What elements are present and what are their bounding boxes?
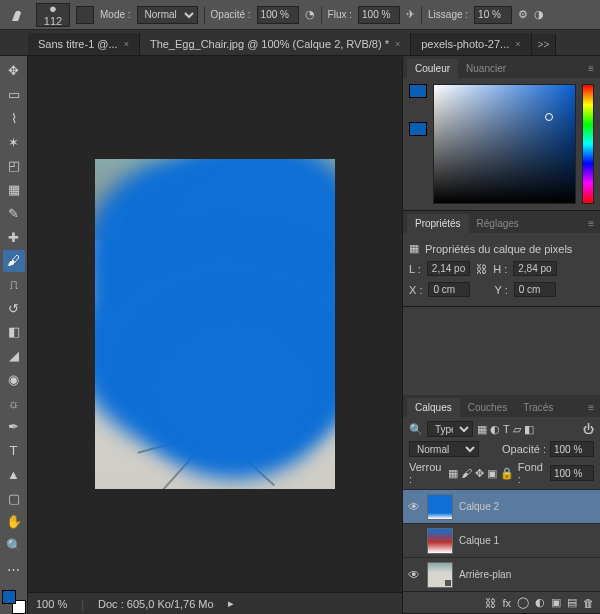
lock-all-icon[interactable]: 🔒 [500, 467, 514, 480]
tab-layers[interactable]: Calques [407, 398, 460, 417]
filter-shape-icon[interactable]: ▱ [513, 423, 521, 436]
properties-panel: Propriétés Réglages ≡ ▦ Propriétés du ca… [403, 211, 600, 307]
document-tab[interactable]: The_Egg_Chair.jpg @ 100% (Calque 2, RVB/… [140, 33, 411, 55]
close-icon[interactable]: × [124, 39, 129, 49]
status-menu-icon[interactable]: ▸ [228, 597, 234, 610]
stamp-tool-icon[interactable]: ⎍ [3, 274, 25, 296]
layer-opacity-label: Opacité : [502, 443, 546, 455]
brush-panel-toggle[interactable] [76, 6, 94, 24]
layer-name[interactable]: Calque 2 [459, 501, 499, 512]
opacity-label: Opacité : [211, 9, 251, 20]
history-brush-tool-icon[interactable]: ↺ [3, 297, 25, 319]
tab-color[interactable]: Couleur [407, 59, 458, 78]
layer-row[interactable]: 👁 Arrière-plan [403, 557, 600, 591]
shape-tool-icon[interactable]: ▢ [3, 487, 25, 509]
foreground-color-swatch[interactable] [2, 590, 16, 604]
link-icon[interactable]: ⛓ [476, 263, 487, 275]
layer-row[interactable]: 👁 Calque 2 [403, 489, 600, 523]
close-icon[interactable]: × [395, 39, 400, 49]
flux-input[interactable] [358, 6, 400, 24]
layer-fill-input[interactable] [550, 465, 594, 481]
delete-layer-icon[interactable]: 🗑 [583, 597, 594, 609]
filter-adjust-icon[interactable]: ◐ [490, 423, 500, 436]
blur-tool-icon[interactable]: ◉ [3, 369, 25, 391]
close-icon[interactable]: × [515, 39, 520, 49]
eraser-tool-icon[interactable]: ◧ [3, 321, 25, 343]
x-input[interactable]: 0 cm [428, 282, 470, 297]
lock-pixels-icon[interactable]: 🖌 [461, 467, 472, 480]
marquee-tool-icon[interactable]: ▭ [3, 84, 25, 106]
visibility-icon[interactable]: 👁 [407, 500, 421, 514]
document-tab[interactable]: pexels-photo-27... × [411, 33, 531, 55]
lock-transparency-icon[interactable]: ▦ [448, 467, 458, 480]
panel-menu-icon[interactable]: ≡ [582, 214, 600, 233]
gradient-tool-icon[interactable]: ◢ [3, 345, 25, 367]
blend-mode-select[interactable]: Normal [137, 6, 198, 24]
lock-artboard-icon[interactable]: ▣ [487, 467, 497, 480]
lasso-tool-icon[interactable]: ⌇ [3, 107, 25, 129]
document-canvas[interactable] [95, 159, 335, 489]
tab-properties[interactable]: Propriétés [407, 214, 469, 233]
tab-channels[interactable]: Couches [460, 398, 515, 417]
zoom-tool-icon[interactable]: 🔍 [3, 535, 25, 557]
layer-row[interactable]: Calque 1 [403, 523, 600, 557]
zoom-value[interactable]: 100 % [36, 598, 67, 610]
color-field[interactable] [433, 84, 576, 204]
crop-tool-icon[interactable]: ◰ [3, 155, 25, 177]
group-icon[interactable]: ▣ [551, 596, 561, 609]
layer-filter-type[interactable]: Type [427, 421, 473, 437]
pen-tool-icon[interactable]: ✒ [3, 416, 25, 438]
foreground-swatch[interactable] [409, 84, 427, 98]
layer-fx-icon[interactable]: fx [502, 597, 511, 609]
hue-slider[interactable] [582, 84, 594, 204]
tab-adjustments[interactable]: Réglages [469, 214, 527, 233]
brush-preset-picker[interactable]: ● 112 [36, 3, 70, 27]
visibility-icon[interactable]: 👁 [407, 568, 421, 582]
layer-opacity-input[interactable] [550, 441, 594, 457]
link-layers-icon[interactable]: ⛓ [485, 597, 496, 609]
tabs-overflow[interactable]: >> [532, 34, 557, 55]
tab-swatches[interactable]: Nuancier [458, 59, 514, 78]
smoothing-input[interactable] [474, 6, 512, 24]
adjustment-layer-icon[interactable]: ◐ [535, 596, 545, 609]
height-input[interactable]: 2,84 po [513, 261, 556, 276]
filter-toggle-icon[interactable]: ⏻ [583, 423, 594, 435]
pressure-size-icon[interactable]: ◑ [534, 8, 544, 21]
layer-thumbnail[interactable] [427, 562, 453, 588]
path-select-tool-icon[interactable]: ▲ [3, 463, 25, 485]
hand-tool-icon[interactable]: ✋ [3, 511, 25, 533]
layer-thumbnail[interactable] [427, 494, 453, 520]
y-input[interactable]: 0 cm [514, 282, 556, 297]
new-layer-icon[interactable]: ▤ [567, 596, 577, 609]
document-tab[interactable]: Sans titre-1 @... × [28, 33, 140, 55]
layer-name[interactable]: Calque 1 [459, 535, 499, 546]
panel-menu-icon[interactable]: ≡ [582, 398, 600, 417]
width-input[interactable]: 2,14 po [427, 261, 470, 276]
pressure-opacity-icon[interactable]: ◔ [305, 8, 315, 21]
tab-paths[interactable]: Tracés [515, 398, 561, 417]
secondary-swatch[interactable] [409, 122, 427, 136]
layer-thumbnail[interactable] [427, 528, 453, 554]
smoothing-options-icon[interactable]: ⚙ [518, 8, 528, 21]
healing-tool-icon[interactable]: ✚ [3, 226, 25, 248]
brush-tool-icon[interactable]: 🖌 [3, 250, 25, 272]
color-swatches[interactable] [2, 590, 26, 614]
layer-blend-mode[interactable]: Normal [409, 441, 479, 457]
layer-mask-icon[interactable]: ◯ [517, 596, 529, 609]
move-tool-icon[interactable]: ✥ [3, 60, 25, 82]
edit-toolbar-icon[interactable]: ⋯ [3, 558, 25, 580]
airbrush-icon[interactable]: ✈ [406, 8, 415, 21]
lock-position-icon[interactable]: ✥ [475, 467, 484, 480]
panel-menu-icon[interactable]: ≡ [582, 59, 600, 78]
dodge-tool-icon[interactable]: ☼ [3, 392, 25, 414]
quick-select-tool-icon[interactable]: ✶ [3, 131, 25, 153]
current-tool-indicator[interactable] [6, 3, 30, 27]
filter-pixel-icon[interactable]: ▦ [477, 423, 487, 436]
eyedropper-tool-icon[interactable]: ✎ [3, 202, 25, 224]
layer-name[interactable]: Arrière-plan [459, 569, 511, 580]
frame-tool-icon[interactable]: ▦ [3, 179, 25, 201]
filter-type-icon[interactable]: T [503, 423, 510, 436]
type-tool-icon[interactable]: T [3, 440, 25, 462]
filter-smart-icon[interactable]: ◧ [524, 423, 534, 436]
opacity-input[interactable] [257, 6, 299, 24]
